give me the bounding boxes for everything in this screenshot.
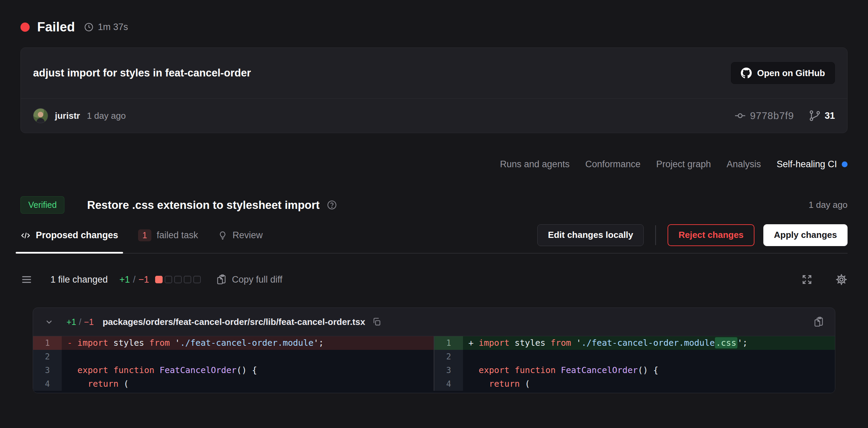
commit-meta-row: juristr 1 day ago 9778b7f9 31 <box>21 99 847 133</box>
commit-hash-link[interactable]: 9778b7f9 <box>734 110 794 122</box>
lightbulb-icon <box>218 231 227 240</box>
diff-stat-block <box>165 276 172 283</box>
file-deletions: −1 <box>84 317 94 327</box>
nav-item[interactable]: Analysis <box>727 159 761 170</box>
code-content: export function FeatCancelOrder() { <box>463 363 835 377</box>
file-stat-summary: +1 / −1 <box>66 317 94 327</box>
diff-line: 3 export function FeatCancelOrder() { <box>434 363 835 377</box>
chevron-down-icon[interactable] <box>44 317 54 327</box>
diff-line: 4 return ( <box>33 377 434 391</box>
tab-proposed-changes-label: Proposed changes <box>36 230 118 241</box>
branch-count: 31 <box>825 111 835 121</box>
clock-icon <box>84 22 94 32</box>
commit-title-row: adjust import for styles in feat-cancel-… <box>21 48 847 98</box>
code-icon <box>20 230 31 241</box>
line-number: 1 <box>434 336 463 350</box>
github-icon <box>741 68 752 79</box>
deletions-count: −1 <box>138 274 149 285</box>
diff-pane-after: 1+ import styles from './feat-cancel-ord… <box>434 336 835 391</box>
failed-task-count-badge: 1 <box>138 229 152 241</box>
line-number: 4 <box>434 377 463 391</box>
fix-heading-row: Verified Restore .css extension to style… <box>20 196 848 214</box>
diff-settings-gear-icon[interactable] <box>835 273 848 286</box>
fix-actions: Edit changes locally Reject changes Appl… <box>537 224 848 253</box>
diff-stat-block <box>155 276 163 283</box>
code-content: - import styles from './feat-cancel-orde… <box>62 336 434 350</box>
file-stat-separator: / <box>79 317 81 327</box>
copy-file-path-icon[interactable] <box>372 317 381 327</box>
diff-toolbar-right <box>801 273 848 286</box>
author-avatar <box>33 108 48 123</box>
diff-line: 1- import styles from './feat-cancel-ord… <box>33 336 434 350</box>
commit-time: 1 day ago <box>87 111 126 121</box>
run-duration: 1m 37s <box>98 22 128 32</box>
open-on-github-label: Open on GitHub <box>757 68 825 79</box>
tab-review[interactable]: Review <box>218 224 263 253</box>
line-number: 2 <box>434 350 463 363</box>
line-number: 4 <box>33 377 62 391</box>
run-status-label: Failed <box>37 20 75 34</box>
diff-line: 2 <box>434 350 835 363</box>
apply-changes-button[interactable]: Apply changes <box>763 224 848 246</box>
diff-file-header: +1 / −1 packages/orders/feat-cancel-orde… <box>33 308 835 336</box>
help-icon[interactable] <box>327 200 337 210</box>
line-number: 3 <box>434 363 463 377</box>
git-commit-icon <box>734 110 746 122</box>
commit-message: adjust import for styles in feat-cancel-… <box>33 67 251 79</box>
copy-full-diff-button[interactable]: Copy full diff <box>216 274 282 285</box>
files-changed-label: 1 file changed <box>50 274 108 285</box>
diff-code-area: 1- import styles from './feat-cancel-ord… <box>33 336 835 393</box>
diff-stat-blocks <box>155 276 201 283</box>
file-path: packages/orders/feat-cancel-order/src/li… <box>103 317 365 327</box>
line-number: 1 <box>33 336 62 350</box>
code-content: return ( <box>463 377 835 391</box>
code-content: return ( <box>62 377 434 391</box>
actions-divider <box>655 225 656 245</box>
commit-card: adjust import for styles in feat-cancel-… <box>20 47 848 133</box>
notification-dot <box>842 161 848 167</box>
tab-failed-task-label: failed task <box>156 230 198 241</box>
nav-item[interactable]: Runs and agents <box>500 159 570 170</box>
fix-time: 1 day ago <box>809 200 848 210</box>
verified-badge: Verified <box>20 196 64 214</box>
top-nav: Runs and agentsConformanceProject graphA… <box>20 159 848 170</box>
edit-changes-locally-button[interactable]: Edit changes locally <box>537 224 644 246</box>
code-content <box>463 350 835 363</box>
diff-line: 2 <box>33 350 434 363</box>
diff-line: 1+ import styles from './feat-cancel-ord… <box>434 336 835 350</box>
diff-stat-block <box>193 276 201 283</box>
line-number: 3 <box>33 363 62 377</box>
tab-proposed-changes[interactable]: Proposed changes <box>20 224 118 253</box>
nav-item[interactable]: Project graph <box>656 159 711 170</box>
run-status-bar: Failed 1m 37s <box>0 0 868 34</box>
tab-review-label: Review <box>233 230 263 241</box>
commit-hash: 9778b7f9 <box>750 110 794 122</box>
clipboard-icon <box>216 274 227 285</box>
additions-count: +1 <box>119 274 130 285</box>
git-branch-icon <box>809 110 821 122</box>
code-content: export function FeatCancelOrder() { <box>62 363 434 377</box>
failed-status-dot <box>20 23 30 32</box>
diff-line: 3 export function FeatCancelOrder() { <box>33 363 434 377</box>
code-content <box>62 350 434 363</box>
diff-stat-summary: +1 / −1 <box>119 274 149 285</box>
expand-fullscreen-icon[interactable] <box>801 274 813 285</box>
diff-stat-block <box>184 276 191 283</box>
diff-pane-before: 1- import styles from './feat-cancel-ord… <box>33 336 434 391</box>
copy-file-diff-icon[interactable] <box>813 316 824 327</box>
diff-line: 4 return ( <box>434 377 835 391</box>
diff-stat-block <box>174 276 182 283</box>
code-content: + import styles from './feat-cancel-orde… <box>463 336 835 350</box>
reject-changes-button[interactable]: Reject changes <box>668 224 754 246</box>
file-list-menu-icon[interactable] <box>20 273 33 286</box>
copy-full-diff-label: Copy full diff <box>232 274 282 285</box>
nav-item[interactable]: Conformance <box>585 159 641 170</box>
fix-title: Restore .css extension to stylesheet imp… <box>87 199 319 212</box>
tabs-row: Proposed changes 1 failed task Review Ed… <box>20 224 848 254</box>
open-on-github-button[interactable]: Open on GitHub <box>731 62 835 84</box>
fix-tabs: Proposed changes 1 failed task Review <box>20 224 263 253</box>
tab-failed-task[interactable]: 1 failed task <box>138 224 198 253</box>
nav-item[interactable]: Self-healing CI <box>777 159 848 170</box>
self-healing-ci-page: Failed 1m 37s adjust import for styles i… <box>0 0 868 428</box>
branch-count-group: 31 <box>809 110 835 122</box>
